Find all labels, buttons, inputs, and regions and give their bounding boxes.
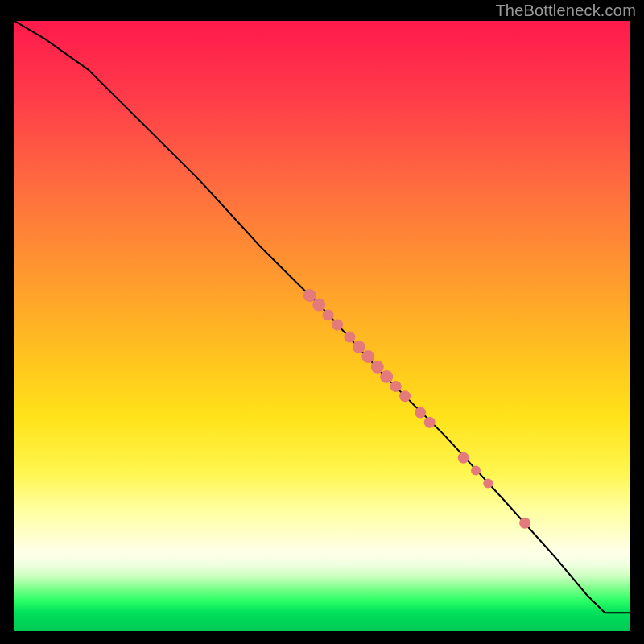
data-point — [303, 289, 316, 302]
data-point — [483, 479, 493, 489]
data-point — [519, 518, 530, 529]
data-point — [332, 320, 343, 331]
data-point — [361, 350, 374, 363]
data-point — [344, 332, 355, 343]
attribution-label: TheBottleneck.com — [495, 2, 636, 20]
data-point — [353, 341, 365, 353]
plot-area — [14, 21, 630, 631]
curve-line — [14, 21, 630, 613]
data-point — [458, 452, 469, 464]
data-point — [312, 299, 325, 312]
data-point — [371, 361, 384, 374]
chart-frame: TheBottleneck.com — [0, 0, 644, 644]
data-point — [424, 417, 436, 428]
data-point — [399, 390, 411, 402]
data-point — [380, 370, 393, 383]
data-point — [415, 407, 426, 419]
data-point — [323, 309, 334, 320]
data-point — [390, 381, 402, 392]
data-point — [471, 466, 481, 476]
plot-svg — [14, 21, 630, 631]
